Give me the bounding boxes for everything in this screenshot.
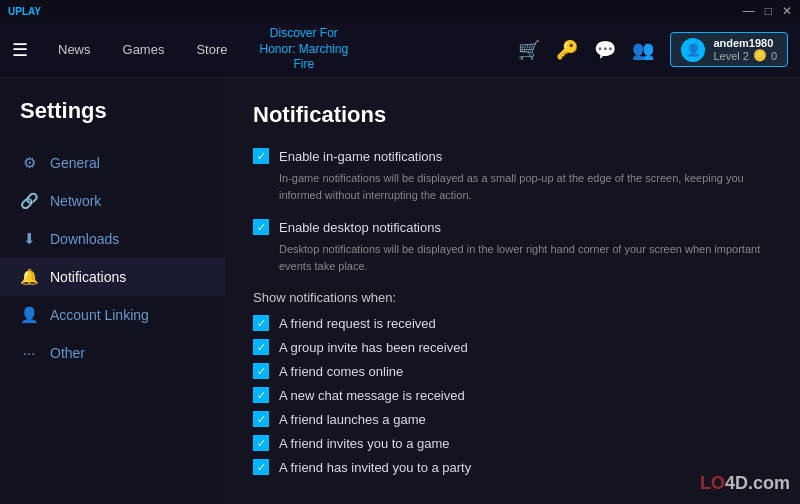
chat-message-label: A new chat message is received	[279, 388, 465, 403]
notification-friend-invites: ✓ A friend invites you to a game	[253, 435, 772, 451]
sidebar-label-account-linking: Account Linking	[50, 307, 149, 323]
friend-launches-label: A friend launches a game	[279, 412, 426, 427]
sidebar-title: Settings	[0, 98, 225, 144]
sidebar-label-network: Network	[50, 193, 101, 209]
friend-request-label: A friend request is received	[279, 316, 436, 331]
nav-news[interactable]: News	[44, 36, 105, 63]
notification-friend-invited-party: ✓ A friend has invited you to a party	[253, 459, 772, 475]
notifications-panel: Notifications ✓ Enable in-game notificat…	[225, 78, 800, 504]
account-icon: 👤	[20, 306, 38, 324]
nav-games[interactable]: Games	[109, 36, 179, 63]
desktop-label: Enable desktop notifications	[279, 220, 441, 235]
friend-online-checkbox[interactable]: ✓	[253, 363, 269, 379]
coins-count: 0	[771, 50, 777, 62]
notification-chat-message: ✓ A new chat message is received	[253, 387, 772, 403]
desktop-checkbox-row: ✓ Enable desktop notifications	[253, 219, 772, 235]
navbar: ☰ News Games Store Discover ForHonor: Ma…	[0, 22, 800, 78]
friend-invites-label: A friend invites you to a game	[279, 436, 450, 451]
watermark: LO4D.com	[700, 473, 790, 494]
friend-invited-party-label: A friend has invited you to a party	[279, 460, 471, 475]
in-game-label: Enable in-game notifications	[279, 149, 442, 164]
network-icon: 🔗	[20, 192, 38, 210]
hamburger-menu[interactable]: ☰	[12, 39, 28, 61]
titlebar-title: UPLAY	[8, 6, 41, 17]
nav-action-icons: 🛒 🔑 💬 👥 👤 andem1980 Level 2 🪙 0	[518, 32, 788, 67]
sidebar: Settings ⚙ General 🔗 Network ⬇ Downloads…	[0, 78, 225, 504]
sidebar-item-other[interactable]: ··· Other	[0, 334, 225, 371]
dots-icon: ···	[20, 344, 38, 361]
sidebar-label-downloads: Downloads	[50, 231, 119, 247]
gear-icon: ⚙	[20, 154, 38, 172]
sidebar-item-downloads[interactable]: ⬇ Downloads	[0, 220, 225, 258]
watermark-logo: LO	[700, 473, 725, 493]
group-invite-checkbox[interactable]: ✓	[253, 339, 269, 355]
user-level: Level 2 🪙 0	[713, 49, 777, 62]
notification-friend-online: ✓ A friend comes online	[253, 363, 772, 379]
sidebar-item-network[interactable]: 🔗 Network	[0, 182, 225, 220]
desktop-checkbox[interactable]: ✓	[253, 219, 269, 235]
chat-icon[interactable]: 💬	[594, 39, 616, 61]
friend-invites-checkbox[interactable]: ✓	[253, 435, 269, 451]
in-game-checkbox-row: ✓ Enable in-game notifications	[253, 148, 772, 164]
notification-group-invite: ✓ A group invite has been received	[253, 339, 772, 355]
username: andem1980	[713, 37, 777, 49]
avatar: 👤	[681, 38, 705, 62]
sidebar-label-notifications: Notifications	[50, 269, 126, 285]
minimize-button[interactable]: —	[743, 4, 755, 18]
sidebar-item-account-linking[interactable]: 👤 Account Linking	[0, 296, 225, 334]
coins-icon: 🪙	[753, 49, 767, 62]
nav-links: News Games Store Discover ForHonor: Marc…	[44, 20, 518, 79]
user-profile[interactable]: 👤 andem1980 Level 2 🪙 0	[670, 32, 788, 67]
in-game-notifications-block: ✓ Enable in-game notifications In-game n…	[253, 148, 772, 203]
friend-launches-checkbox[interactable]: ✓	[253, 411, 269, 427]
group-invite-label: A group invite has been received	[279, 340, 468, 355]
window-controls[interactable]: — □ ✕	[743, 4, 792, 18]
sidebar-label-general: General	[50, 155, 100, 171]
close-button[interactable]: ✕	[782, 4, 792, 18]
maximize-button[interactable]: □	[765, 4, 772, 18]
page-title: Notifications	[253, 102, 772, 128]
sidebar-label-other: Other	[50, 345, 85, 361]
download-icon: ⬇	[20, 230, 38, 248]
nav-store[interactable]: Store	[182, 36, 241, 63]
key-icon[interactable]: 🔑	[556, 39, 578, 61]
in-game-desc: In-game notifications will be displayed …	[279, 170, 772, 203]
main-content: Settings ⚙ General 🔗 Network ⬇ Downloads…	[0, 78, 800, 504]
friend-invited-party-checkbox[interactable]: ✓	[253, 459, 269, 475]
friend-request-checkbox[interactable]: ✓	[253, 315, 269, 331]
chat-message-checkbox[interactable]: ✓	[253, 387, 269, 403]
notification-friend-launches: ✓ A friend launches a game	[253, 411, 772, 427]
notification-friend-request: ✓ A friend request is received	[253, 315, 772, 331]
user-info: andem1980 Level 2 🪙 0	[713, 37, 777, 62]
friends-icon[interactable]: 👥	[632, 39, 654, 61]
desktop-notifications-block: ✓ Enable desktop notifications Desktop n…	[253, 219, 772, 274]
sidebar-item-notifications[interactable]: 🔔 Notifications	[0, 258, 225, 296]
nav-discover[interactable]: Discover ForHonor: MarchingFire	[246, 20, 363, 79]
desktop-desc: Desktop notifications will be displayed …	[279, 241, 772, 274]
app-logo: UPLAY	[8, 6, 41, 17]
show-when-label: Show notifications when:	[253, 290, 772, 305]
cart-icon[interactable]: 🛒	[518, 39, 540, 61]
bell-icon: 🔔	[20, 268, 38, 286]
friend-online-label: A friend comes online	[279, 364, 403, 379]
in-game-checkbox[interactable]: ✓	[253, 148, 269, 164]
titlebar: UPLAY — □ ✕	[0, 0, 800, 22]
sidebar-item-general[interactable]: ⚙ General	[0, 144, 225, 182]
